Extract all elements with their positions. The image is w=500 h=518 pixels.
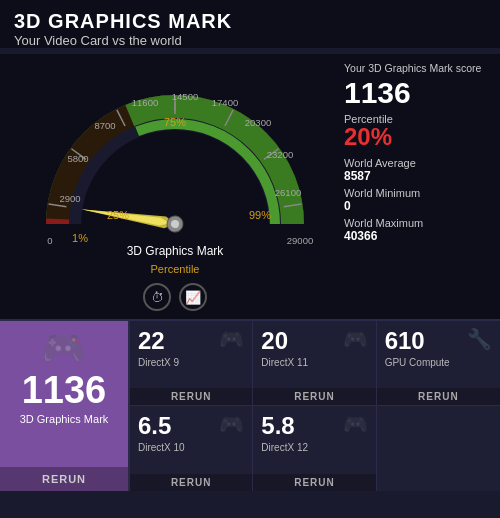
dx10-name: DirectX 10 bbox=[138, 442, 244, 453]
timer-icon-button[interactable]: ⏱ bbox=[143, 283, 171, 311]
svg-text:11600: 11600 bbox=[132, 97, 158, 108]
svg-text:75%: 75% bbox=[164, 116, 186, 128]
bottom-grid: 🎮 1136 3D Graphics Mark RERUN 🎮 22 Direc… bbox=[0, 319, 500, 491]
svg-text:2900: 2900 bbox=[59, 193, 80, 204]
world-maximum-group: World Maximum 40366 bbox=[344, 217, 486, 243]
subtile-dx10: 🎮 6.5 DirectX 10 RERUN bbox=[130, 406, 253, 491]
svg-text:29000: 29000 bbox=[287, 235, 313, 246]
dx10-rerun[interactable]: RERUN bbox=[130, 474, 252, 491]
svg-text:23200: 23200 bbox=[267, 149, 293, 160]
gpu-name: GPU Compute bbox=[385, 357, 492, 368]
world-minimum-group: World Minimum 0 bbox=[344, 187, 486, 213]
subtile-gpu: 🔧 610 GPU Compute RERUN bbox=[377, 321, 500, 406]
score-label: Your 3D Graphics Mark score bbox=[344, 62, 486, 76]
page-subtitle: Your Video Card vs the world bbox=[14, 33, 486, 48]
score-panel: Your 3D Graphics Mark score 1136 Percent… bbox=[336, 54, 486, 243]
subtile-dx11: 🎮 20 DirectX 11 RERUN bbox=[253, 321, 376, 406]
svg-text:8700: 8700 bbox=[94, 120, 115, 131]
world-maximum-value: 40366 bbox=[344, 229, 486, 243]
main-tile-icon: 🎮 bbox=[41, 331, 86, 367]
chart-icon-button[interactable]: 📈 bbox=[179, 283, 207, 311]
dx11-icon: 🎮 bbox=[343, 327, 368, 351]
world-minimum-label: World Minimum bbox=[344, 187, 486, 199]
dx9-name: DirectX 9 bbox=[138, 357, 244, 368]
svg-text:14500: 14500 bbox=[172, 91, 198, 102]
world-average-group: World Average 8587 bbox=[344, 157, 486, 183]
main-tile-rerun[interactable]: RERUN bbox=[0, 467, 128, 491]
svg-text:99%: 99% bbox=[249, 209, 271, 221]
page-title: 3D GRAPHICS MARK bbox=[14, 10, 486, 33]
subtile-dx9: 🎮 22 DirectX 9 RERUN bbox=[130, 321, 253, 406]
gauge-icon-bar: ⏱ 📈 bbox=[143, 283, 207, 311]
dx12-icon: 🎮 bbox=[343, 412, 368, 436]
gpu-icon: 🔧 bbox=[467, 327, 492, 351]
world-maximum-label: World Maximum bbox=[344, 217, 486, 229]
world-average-value: 8587 bbox=[344, 169, 486, 183]
main-tile-score: 1136 bbox=[22, 371, 107, 409]
main-tile-label: 3D Graphics Mark bbox=[20, 413, 109, 426]
percentile-value: 20% bbox=[344, 125, 486, 149]
dx10-icon: 🎮 bbox=[219, 412, 244, 436]
dx12-name: DirectX 12 bbox=[261, 442, 367, 453]
svg-text:17400: 17400 bbox=[212, 97, 238, 108]
gauge-needle bbox=[80, 201, 184, 233]
svg-text:5800: 5800 bbox=[67, 153, 88, 164]
dx11-rerun[interactable]: RERUN bbox=[253, 388, 375, 405]
svg-text:1%: 1% bbox=[72, 232, 88, 244]
svg-text:26100: 26100 bbox=[275, 187, 301, 198]
dx12-rerun[interactable]: RERUN bbox=[253, 474, 375, 491]
world-average-label: World Average bbox=[344, 157, 486, 169]
dx11-name: DirectX 11 bbox=[261, 357, 367, 368]
gauge-svg: 75% 99% 25% 1% 0 2900 5800 8700 11600 bbox=[30, 54, 320, 249]
main-score-tile: 🎮 1136 3D Graphics Mark RERUN bbox=[0, 321, 130, 491]
svg-text:0: 0 bbox=[47, 235, 52, 246]
svg-text:25%: 25% bbox=[107, 209, 129, 221]
score-value: 1136 bbox=[344, 76, 486, 109]
dx9-rerun[interactable]: RERUN bbox=[130, 388, 252, 405]
dx9-icon: 🎮 bbox=[219, 327, 244, 351]
gauge-label: 3D Graphics Mark Percentile bbox=[127, 241, 224, 277]
gpu-rerun[interactable]: RERUN bbox=[377, 388, 500, 405]
svg-text:20300: 20300 bbox=[245, 117, 271, 128]
subtile-dx12: 🎮 5.8 DirectX 12 RERUN bbox=[253, 406, 376, 491]
empty-cell bbox=[377, 406, 500, 491]
gauge-container: 75% 99% 25% 1% 0 2900 5800 8700 11600 bbox=[14, 54, 336, 311]
world-minimum-value: 0 bbox=[344, 199, 486, 213]
